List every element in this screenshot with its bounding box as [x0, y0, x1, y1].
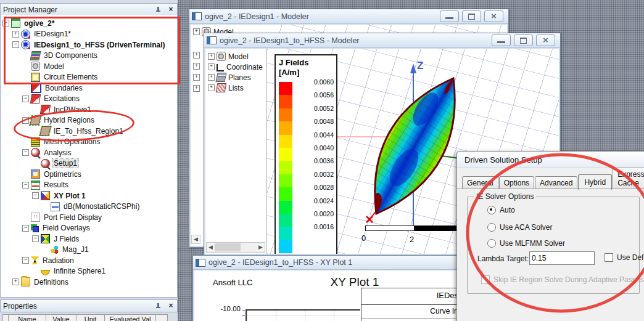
collapse-icon[interactable]: −: [2, 20, 9, 26]
expand-icon[interactable]: +: [208, 84, 215, 91]
column-value[interactable]: Value: [46, 314, 76, 321]
collapse-icon[interactable]: −: [22, 225, 29, 232]
collapse-icon[interactable]: −: [22, 95, 29, 102]
expand-icon[interactable]: +: [12, 31, 19, 38]
pin-icon[interactable]: [155, 303, 161, 309]
use-default-checkbox[interactable]: Use Defau: [605, 253, 644, 262]
expand-icon[interactable]: +: [208, 74, 215, 81]
radio-button-icon[interactable]: [487, 206, 496, 214]
tree-item-definitions[interactable]: +Definitions: [1, 277, 177, 288]
pin-icon[interactable]: [155, 7, 161, 13]
tree-item-coordinate[interactable]: +Coordinate: [205, 62, 266, 72]
plot-area[interactable]: [247, 311, 360, 321]
collapse-icon[interactable]: −: [32, 192, 39, 199]
project-manager-panel: Project Manager −ogive_2* +IEDesign1* −I…: [0, 3, 178, 298]
minimize-button[interactable]: [492, 35, 511, 46]
expand-icon[interactable]: +: [193, 74, 200, 81]
expand-icon[interactable]: +: [193, 28, 200, 35]
checkbox-icon[interactable]: [605, 253, 613, 262]
incident-wave-icon: [40, 105, 51, 114]
restore-button[interactable]: [514, 35, 533, 46]
tree-item-field-overlays[interactable]: −Field Overlays: [1, 223, 177, 234]
tab-hybrid[interactable]: Hybrid: [578, 174, 612, 190]
expand-icon[interactable]: +: [193, 52, 200, 59]
tab-advanced[interactable]: Advanced: [535, 176, 577, 189]
tree-item-3d-components[interactable]: 3D Components: [1, 51, 177, 62]
expand-icon[interactable]: +: [12, 278, 19, 285]
driven-solution-setup-dialog[interactable]: Driven Solution Setup General Options Ad…: [456, 151, 644, 321]
tree-item-radiation[interactable]: −Radiation: [1, 255, 177, 266]
lambda-target-input[interactable]: [529, 251, 595, 265]
scroll-right-button[interactable]: ▶: [257, 243, 265, 251]
legend-band: 0.0016: [278, 227, 334, 240]
tree-item-circuit-elements[interactable]: Circuit Elements: [1, 72, 177, 83]
xy-plot-titlebar[interactable]: ogive_2 - IEDesign1_to_HFSS - XY Plot 1: [193, 256, 464, 270]
close-icon[interactable]: [167, 6, 175, 14]
tree-item-analysis[interactable]: −Analysis: [1, 147, 177, 158]
maximize-button[interactable]: [462, 10, 481, 22]
collapse-icon[interactable]: −: [22, 149, 29, 156]
sphere-icon: [41, 270, 50, 275]
collapse-icon[interactable]: −: [22, 257, 29, 264]
dialog-titlebar[interactable]: Driven Solution Setup: [457, 152, 644, 168]
radio-button-icon[interactable]: [487, 223, 496, 232]
tree-item-results[interactable]: −Results: [1, 180, 177, 191]
tree-item-mesh-operations[interactable]: Mesh Operations: [1, 137, 177, 148]
expand-icon[interactable]: +: [193, 85, 200, 92]
tree-item-planes[interactable]: +Planes: [205, 72, 266, 83]
trace-legend-row[interactable]: dB(MonostaticRCSPhi: [361, 319, 463, 321]
close-button[interactable]: [484, 10, 503, 22]
tree-item-incpwave1[interactable]: IncPWave1: [1, 104, 177, 115]
tree-item-iedesign1-to-hfss[interactable]: −IEDesign1_to_HFSS (DrivenTerminal): [1, 39, 177, 51]
tree-item-boundaries[interactable]: Boundaries: [1, 83, 177, 94]
expand-icon[interactable]: +: [193, 63, 200, 70]
radio-use-mlfmm-solver[interactable]: Use MLFMM Solver: [487, 239, 565, 248]
xy-plot-window[interactable]: ogive_2 - IEDesign1_to_HFSS - XY Plot 1 …: [192, 255, 465, 321]
excitations-icon: [30, 94, 41, 104]
tree-item-lists[interactable]: +Lists: [205, 83, 266, 93]
tree-item-db-monostatic[interactable]: dB(MonostaticRCSPhi): [1, 201, 177, 213]
column-unit[interactable]: Unit: [76, 314, 105, 321]
tree-item-hybrid-regions[interactable]: −Hybrid Regions: [1, 115, 177, 126]
tree-item-project[interactable]: −ogive_2*: [1, 18, 177, 29]
scroll-thumb[interactable]: [215, 243, 241, 251]
tree-item-optimetrics[interactable]: Optimetrics: [1, 169, 177, 180]
tree-item-port-field-display[interactable]: Port Field Display: [1, 212, 177, 223]
horizontal-scrollbar[interactable]: ◀ ▶: [206, 242, 265, 253]
expand-icon[interactable]: +: [208, 63, 215, 70]
minimize-button[interactable]: [440, 10, 459, 22]
tab-expression-cache[interactable]: Expression Cache: [613, 168, 644, 189]
close-button[interactable]: [536, 35, 555, 46]
close-icon[interactable]: [167, 303, 175, 310]
tree-item-model[interactable]: +Model: [205, 51, 266, 62]
column-name[interactable]: Name: [8, 314, 46, 321]
modeler-back-titlebar[interactable]: ogive_2 - IEDesign1 - Modeler: [189, 9, 508, 24]
tree-item-model[interactable]: Model: [1, 61, 177, 72]
tree-item-xy-plot-1[interactable]: −XY Plot 1: [1, 190, 177, 201]
radio-auto[interactable]: Auto: [487, 206, 515, 214]
tree-item-iedesign1[interactable]: +IEDesign1*: [1, 29, 177, 40]
tree-item-mag-j1[interactable]: Mag_J1: [1, 245, 177, 256]
tab-general[interactable]: General: [462, 176, 498, 189]
scroll-left-button[interactable]: ◀: [191, 235, 200, 244]
properties-titlebar[interactable]: Properties: [0, 299, 178, 312]
modeler-front-titlebar[interactable]: ogive_2 - IEDesign1_to_HFSS - Modeler: [204, 33, 560, 48]
tab-options[interactable]: Options: [499, 176, 534, 189]
model-icon: [217, 52, 226, 61]
results-icon: [31, 181, 40, 190]
tree-item-excitations[interactable]: −Excitations: [1, 94, 177, 105]
collapse-icon[interactable]: −: [32, 235, 39, 242]
tree-item-setup1[interactable]: Setup1: [1, 158, 177, 169]
radio-use-aca-solver[interactable]: Use ACA Solver: [487, 223, 552, 232]
column-evaluated-value[interactable]: Evaluated Val: [104, 314, 156, 321]
tree-item-j-fields[interactable]: −J Fields: [1, 234, 177, 245]
scroll-left-button[interactable]: ◀: [207, 243, 215, 251]
collapse-icon[interactable]: −: [22, 182, 29, 189]
radio-button-icon[interactable]: [487, 239, 496, 248]
tree-item-ie-to-hfss-region1[interactable]: IE_To_Hfss_Region1: [1, 126, 177, 137]
tree-item-infinite-sphere1[interactable]: Infinite Sphere1: [1, 266, 177, 277]
collapse-icon[interactable]: −: [12, 41, 19, 48]
expand-icon[interactable]: +: [208, 53, 215, 60]
project-manager-titlebar[interactable]: Project Manager: [0, 3, 178, 16]
collapse-icon[interactable]: −: [22, 117, 29, 124]
